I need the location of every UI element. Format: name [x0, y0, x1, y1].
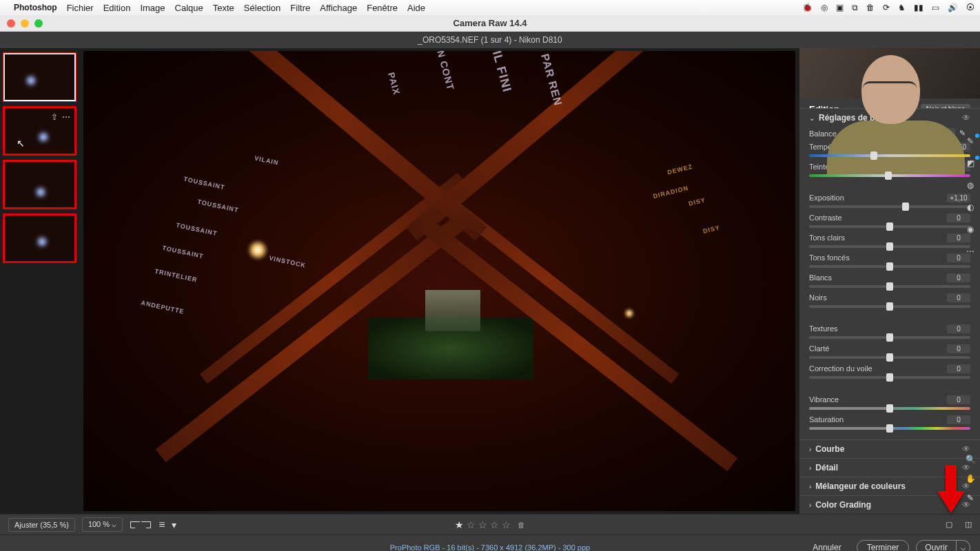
workflow-link[interactable]: ProPhoto RGB - 16 bit(s) - 7360 x 4912 (… — [390, 543, 590, 552]
menu-edition[interactable]: Edition — [103, 3, 131, 13]
slider-noirs[interactable]: Noirs0 — [809, 293, 970, 308]
eye-icon[interactable]: 👁 — [962, 113, 970, 123]
slider-value[interactable]: 0 — [947, 293, 970, 302]
status-icon[interactable]: ♞ — [898, 3, 906, 12]
menu-affichage[interactable]: Affichage — [320, 3, 357, 13]
section-courbe: ›Courbe👁 — [799, 439, 980, 458]
redeye-tool-icon[interactable]: ◉ — [964, 223, 977, 236]
sampler-tool-icon[interactable]: ✎ — [967, 493, 974, 503]
heal-tool-icon[interactable]: ◍ — [964, 179, 977, 191]
status-icon[interactable]: ▣ — [836, 3, 844, 12]
menu-filtre[interactable]: Filtre — [290, 3, 310, 13]
slider-value[interactable]: 0 — [947, 364, 970, 373]
canvas-area: TOUSSAINT TOUSSAINT TOUSSAINT TOUSSAINT … — [79, 48, 799, 514]
more-tool-icon[interactable]: ⋯ — [964, 245, 977, 258]
slider-label: Saturation — [809, 415, 844, 424]
star-icon: ☆ — [490, 519, 499, 530]
menu-texte[interactable]: Texte — [213, 3, 234, 13]
slider-label: Tons foncés — [809, 253, 850, 262]
zoom-tool-icon[interactable]: 🔍 — [966, 455, 976, 464]
slider-clarté[interactable]: Clarté0 — [809, 344, 970, 359]
thumbnail[interactable] — [3, 52, 76, 102]
menu-fenetre[interactable]: Fenêtre — [367, 3, 398, 13]
sort-icon[interactable]: ⫍⫎ — [130, 519, 152, 531]
status-icon[interactable]: ⦿ — [966, 3, 974, 12]
fit-dropdown[interactable]: Ajuster (35,5 %) — [8, 518, 75, 532]
done-button[interactable]: Terminer — [857, 540, 910, 552]
chevron-down-icon: ⌵ — [957, 540, 970, 552]
thumbnail[interactable] — [3, 160, 76, 209]
slider-label: Blancs — [809, 273, 832, 282]
slider-label: Tons clairs — [809, 233, 845, 242]
status-icon[interactable]: ⟳ — [883, 3, 890, 12]
filmstrip: ⇪⋯ — [0, 48, 79, 514]
menu-aide[interactable]: Aide — [407, 3, 425, 13]
slider-exposition[interactable]: Exposition+1,10 — [809, 194, 970, 208]
filter-icon[interactable]: ≡ — [159, 519, 165, 531]
status-icon[interactable]: 🔊 — [948, 3, 958, 12]
menu-fichier[interactable]: Fichier — [67, 3, 94, 13]
slider-value[interactable]: 0 — [947, 273, 970, 282]
slider-tons-foncés[interactable]: Tons foncés0 — [809, 253, 970, 268]
trash-icon[interactable]: 🗑 — [518, 521, 525, 529]
status-icon[interactable]: 🐞 — [802, 3, 813, 12]
hand-tool-icon[interactable]: ✋ — [966, 474, 976, 484]
chevron-down-icon: ⌄ — [809, 114, 815, 122]
star-icon: ★ — [455, 519, 464, 530]
tool-sidebar: ✎ ◩ ◍ ◐ ◉ ⋯ — [961, 131, 980, 258]
chevron-right-icon: › — [809, 446, 811, 453]
slider-value[interactable]: 0 — [947, 395, 970, 404]
slider-label: Clarté — [809, 344, 829, 353]
more-icon[interactable]: ⋯ — [62, 112, 70, 122]
slider-textures[interactable]: Textures0 — [809, 324, 970, 339]
star-icon: ☆ — [478, 519, 487, 530]
view-compare-icon[interactable]: ◫ — [965, 520, 972, 529]
status-icon[interactable]: ▮▮ — [914, 3, 923, 12]
eye-icon[interactable]: 👁 — [962, 444, 970, 454]
mac-menubar: Photoshop Fichier Edition Image Calque T… — [0, 0, 980, 15]
slider-vibrance[interactable]: Vibrance0 — [809, 395, 970, 410]
slider-blancs[interactable]: Blancs0 — [809, 273, 970, 288]
status-icon[interactable]: ◎ — [821, 3, 828, 12]
export-icon[interactable]: ⇪ — [51, 112, 58, 122]
slider-saturation[interactable]: Saturation0 — [809, 415, 970, 430]
slider-label: Noirs — [809, 293, 827, 302]
chevron-right-icon: › — [809, 501, 811, 509]
view-single-icon[interactable]: ▢ — [946, 520, 952, 529]
section-header[interactable]: ›Courbe👁 — [809, 444, 970, 454]
image-preview[interactable]: TOUSSAINT TOUSSAINT TOUSSAINT TOUSSAINT … — [83, 51, 795, 511]
thumbnail[interactable]: ⇪⋯ — [3, 106, 76, 156]
cancel-button[interactable]: Annuler — [804, 540, 849, 552]
zoom-dropdown[interactable]: 100 % ⌵ — [82, 517, 123, 532]
window-titlebar: Camera Raw 14.4 — [0, 15, 980, 32]
crop-tool-icon[interactable]: ◩ — [964, 157, 977, 169]
funnel-icon[interactable]: ▾ — [172, 519, 176, 530]
thumbnail[interactable] — [3, 214, 76, 263]
slider-correction-du-voile[interactable]: Correction du voile0 — [809, 364, 970, 379]
slider-contraste[interactable]: Contraste0 — [809, 214, 970, 228]
edit-tool-icon[interactable]: ✎ — [964, 135, 977, 147]
slider-label: Exposition — [809, 194, 844, 202]
mask-tool-icon[interactable]: ◐ — [964, 201, 977, 214]
slider-value[interactable]: 0 — [947, 324, 970, 333]
slider-tons-clairs[interactable]: Tons clairs0 — [809, 233, 970, 248]
slider-label: Vibrance — [809, 395, 839, 404]
app-name[interactable]: Photoshop — [14, 3, 57, 12]
footer-bar: ProPhoto RGB - 16 bit(s) - 7360 x 4912 (… — [0, 534, 980, 551]
menu-calque[interactable]: Calque — [175, 3, 203, 13]
rating-stars[interactable]: ★ ☆ ☆ ☆ ☆ 🗑 — [455, 519, 525, 530]
star-icon: ☆ — [467, 519, 476, 530]
window-title: Camera Raw 14.4 — [0, 18, 980, 28]
slider-value[interactable]: 0 — [947, 415, 970, 424]
menu-image[interactable]: Image — [140, 3, 165, 13]
file-info-bar: _ORO5354.NEF (1 sur 4) - Nikon D810 — [0, 32, 980, 48]
annotation-arrow — [937, 465, 965, 513]
status-icon[interactable]: ⧉ — [852, 3, 858, 12]
chevron-right-icon: › — [809, 464, 811, 472]
star-icon: ☆ — [502, 519, 511, 530]
status-icon[interactable]: 🗑 — [866, 3, 875, 12]
slider-value[interactable]: 0 — [947, 344, 970, 353]
menu-selection[interactable]: Sélection — [244, 3, 280, 13]
status-icon[interactable]: ▭ — [932, 3, 939, 12]
open-button[interactable]: Ouvrir⌵ — [916, 540, 970, 552]
